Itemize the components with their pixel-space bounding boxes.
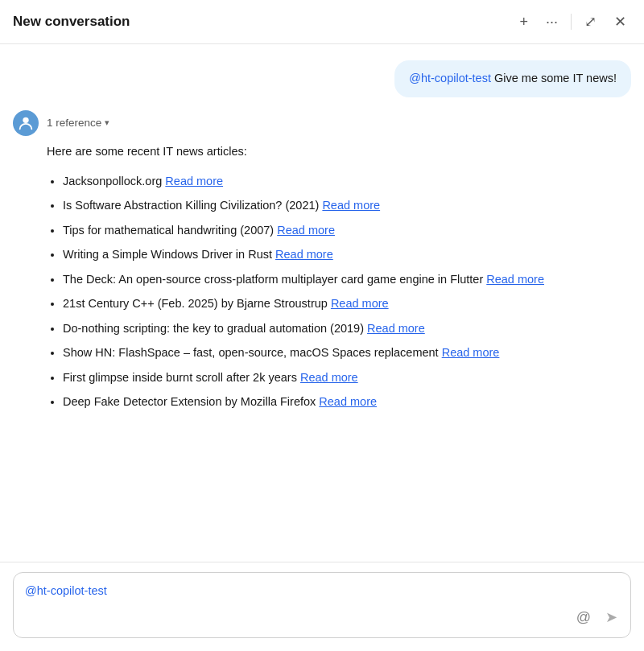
chat-area: @ht-copilot-test Give me some IT news! 1… — [0, 44, 644, 562]
news-read-more-link[interactable]: Read more — [319, 395, 377, 408]
news-read-more-link[interactable]: Read more — [486, 273, 544, 286]
news-read-more-link[interactable]: Read more — [367, 322, 425, 335]
input-area: @ht-copilot-test @ ➤ — [0, 562, 644, 651]
user-message-row: @ht-copilot-test Give me some IT news! — [13, 60, 631, 97]
list-item: Deep Fake Detector Extension by Mozilla … — [63, 393, 631, 410]
news-item-text: 21st Century C++ (Feb. 2025) by Bjarne S… — [63, 297, 331, 310]
user-bubble: @ht-copilot-test Give me some IT news! — [394, 60, 631, 97]
reference-toggle-button[interactable]: 1 reference ▾ — [47, 117, 109, 129]
news-item-text: First glimpse inside burnt scroll after … — [63, 371, 300, 384]
news-item-text: Writing a Simple Windows Driver in Rust — [63, 248, 275, 261]
news-item-text: Deep Fake Detector Extension by Mozilla … — [63, 395, 319, 408]
news-item-text: The Deck: An open-source cross-platform … — [63, 273, 486, 286]
list-item: Tips for mathematical handwriting (2007)… — [63, 221, 631, 239]
news-read-more-link[interactable]: Read more — [275, 248, 333, 261]
news-read-more-link[interactable]: Read more — [442, 346, 500, 359]
list-item: Show HN: FlashSpace – fast, open-source,… — [63, 344, 631, 361]
news-read-more-link[interactable]: Read more — [331, 297, 389, 310]
list-item: The Deck: An open-source cross-platform … — [63, 270, 631, 288]
expand-button[interactable]: ⤢ — [580, 11, 601, 32]
news-read-more-link[interactable]: Read more — [300, 371, 358, 384]
send-button[interactable]: ➤ — [604, 607, 619, 628]
at-mention-button[interactable]: @ — [575, 608, 592, 628]
news-item-text: Is Software Abstraction Killing Civiliza… — [63, 199, 322, 212]
list-item: First glimpse inside burnt scroll after … — [63, 369, 631, 386]
input-box[interactable]: @ht-copilot-test @ ➤ — [13, 572, 631, 638]
list-item: Writing a Simple Windows Driver in Rust … — [63, 245, 631, 263]
reference-label: 1 reference — [47, 117, 101, 129]
page-title: New conversation — [13, 14, 130, 30]
titlebar: New conversation + ··· ⤢ ✕ — [0, 0, 644, 44]
list-item: 21st Century C++ (Feb. 2025) by Bjarne S… — [63, 295, 631, 312]
user-mention: @ht-copilot-test — [409, 72, 491, 84]
add-conversation-button[interactable]: + — [514, 11, 533, 32]
news-item-text: Do-nothing scripting: the key to gradual… — [63, 322, 367, 335]
titlebar-separator — [571, 14, 572, 30]
assistant-content: Here are some recent IT news articles: J… — [13, 142, 631, 411]
news-read-more-link[interactable]: Read more — [322, 199, 380, 212]
titlebar-actions: + ··· ⤢ ✕ — [514, 11, 631, 32]
news-item-text: Tips for mathematical handwriting (2007) — [63, 224, 277, 237]
assistant-header: 1 reference ▾ — [13, 110, 631, 136]
news-list: Jacksonpollock.org Read moreIs Software … — [47, 172, 631, 411]
input-actions: @ ➤ — [25, 607, 619, 628]
svg-point-0 — [23, 117, 28, 122]
assistant-intro: Here are some recent IT news articles: — [47, 142, 631, 161]
chevron-down-icon: ▾ — [105, 117, 109, 128]
list-item: Do-nothing scripting: the key to gradual… — [63, 319, 631, 337]
list-item: Jacksonpollock.org Read more — [63, 172, 631, 190]
list-item: Is Software Abstraction Killing Civiliza… — [63, 196, 631, 214]
news-item-text: Jacksonpollock.org — [63, 175, 165, 187]
news-read-more-link[interactable]: Read more — [277, 224, 335, 237]
avatar — [13, 110, 39, 136]
more-options-button[interactable]: ··· — [541, 11, 563, 32]
assistant-message-row: 1 reference ▾ Here are some recent IT ne… — [13, 110, 631, 411]
user-message-text: Give me some IT news! — [491, 72, 617, 84]
close-button[interactable]: ✕ — [609, 11, 631, 32]
news-read-more-link[interactable]: Read more — [165, 175, 223, 187]
input-mention[interactable]: @ht-copilot-test — [25, 583, 619, 600]
news-item-text: Show HN: FlashSpace – fast, open-source,… — [63, 346, 442, 359]
